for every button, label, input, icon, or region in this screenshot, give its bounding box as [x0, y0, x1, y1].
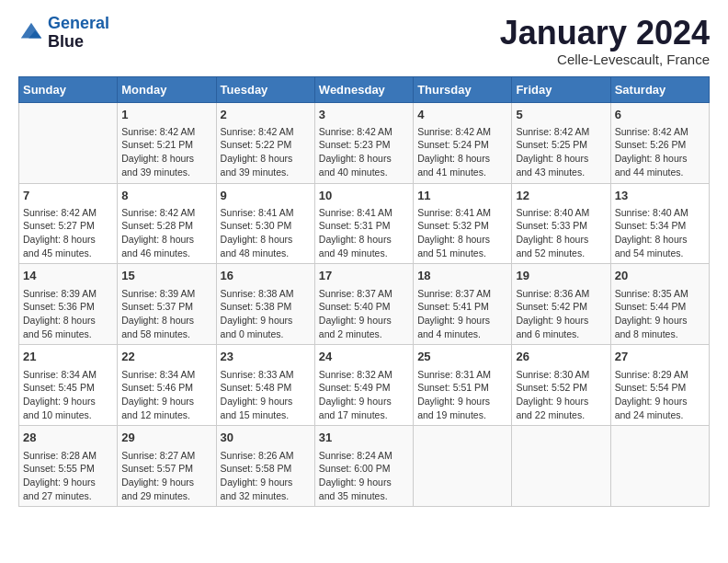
day-number: 26: [516, 349, 606, 365]
cell-info: Daylight: 8 hours: [121, 233, 211, 247]
cell-info: and 51 minutes.: [417, 247, 507, 260]
calendar-cell: [414, 426, 512, 507]
cell-info: Sunset: 5:37 PM: [121, 300, 211, 314]
calendar-day-header: Wednesday: [314, 76, 413, 102]
cell-info: and 54 minutes.: [615, 247, 705, 260]
cell-info: Sunset: 5:34 PM: [615, 219, 705, 233]
day-number: 7: [23, 188, 113, 204]
cell-info: Daylight: 9 hours: [516, 314, 606, 327]
calendar-cell: 5Sunrise: 8:42 AMSunset: 5:25 PMDaylight…: [512, 102, 610, 183]
cell-info: and 2 minutes.: [319, 327, 409, 341]
cell-info: Sunset: 5:49 PM: [319, 381, 409, 395]
calendar-cell: 12Sunrise: 8:40 AMSunset: 5:33 PMDayligh…: [512, 183, 610, 264]
cell-info: Sunset: 5:33 PM: [516, 219, 606, 233]
cell-info: and 48 minutes.: [221, 247, 311, 260]
cell-info: Sunset: 5:36 PM: [23, 300, 113, 314]
calendar-cell: 18Sunrise: 8:37 AMSunset: 5:41 PMDayligh…: [414, 264, 512, 345]
cell-info: and 19 minutes.: [417, 408, 507, 422]
calendar-cell: [19, 102, 118, 183]
cell-info: and 12 minutes.: [121, 408, 211, 422]
cell-info: Sunrise: 8:30 AM: [516, 368, 606, 382]
day-number: 19: [516, 268, 606, 284]
calendar-cell: 26Sunrise: 8:30 AMSunset: 5:52 PMDayligh…: [512, 345, 610, 426]
day-number: 24: [319, 349, 409, 365]
page-header: General Blue January 2024 Celle-Levescau…: [18, 15, 710, 67]
cell-info: Sunrise: 8:31 AM: [417, 368, 507, 382]
cell-info: Daylight: 8 hours: [417, 152, 507, 166]
calendar-table: SundayMondayTuesdayWednesdayThursdayFrid…: [18, 76, 710, 508]
cell-info: Sunrise: 8:39 AM: [121, 287, 211, 301]
cell-info: Sunrise: 8:42 AM: [221, 125, 311, 139]
cell-info: and 35 minutes.: [319, 489, 409, 503]
cell-info: and 44 minutes.: [615, 166, 705, 179]
day-number: 13: [615, 188, 705, 204]
calendar-week-row: 1Sunrise: 8:42 AMSunset: 5:21 PMDaylight…: [19, 102, 710, 183]
day-number: 17: [319, 268, 409, 284]
cell-info: Sunset: 5:54 PM: [615, 381, 705, 395]
day-number: 18: [417, 268, 507, 284]
cell-info: Sunset: 5:42 PM: [516, 300, 606, 314]
cell-info: Sunset: 5:26 PM: [615, 138, 705, 152]
cell-info: Sunset: 5:58 PM: [221, 462, 311, 476]
cell-info: Sunrise: 8:34 AM: [23, 368, 113, 382]
cell-info: Daylight: 8 hours: [615, 233, 705, 247]
day-number: 21: [23, 349, 113, 365]
logo-icon: [18, 20, 44, 46]
cell-info: Sunset: 5:22 PM: [221, 138, 311, 152]
cell-info: and 29 minutes.: [121, 489, 211, 503]
cell-info: and 32 minutes.: [221, 489, 311, 503]
calendar-week-row: 28Sunrise: 8:28 AMSunset: 5:55 PMDayligh…: [19, 426, 710, 507]
cell-info: Sunrise: 8:42 AM: [121, 206, 211, 220]
cell-info: Sunrise: 8:41 AM: [221, 206, 311, 220]
calendar-week-row: 21Sunrise: 8:34 AMSunset: 5:45 PMDayligh…: [19, 345, 710, 426]
cell-info: Sunset: 5:52 PM: [516, 381, 606, 395]
cell-info: Sunrise: 8:41 AM: [417, 206, 507, 220]
day-number: 8: [121, 188, 211, 204]
cell-info: Sunrise: 8:42 AM: [615, 125, 705, 139]
calendar-day-header: Monday: [118, 76, 216, 102]
cell-info: Daylight: 8 hours: [417, 233, 507, 247]
cell-info: Daylight: 8 hours: [516, 152, 606, 166]
cell-info: and 56 minutes.: [23, 327, 113, 341]
cell-info: Sunset: 5:45 PM: [23, 381, 113, 395]
cell-info: Daylight: 9 hours: [319, 314, 409, 327]
cell-info: and 46 minutes.: [121, 247, 211, 260]
cell-info: Daylight: 9 hours: [417, 395, 507, 408]
cell-info: and 45 minutes.: [23, 247, 113, 260]
page-container: General Blue January 2024 Celle-Levescau…: [0, 0, 728, 516]
cell-info: Sunrise: 8:41 AM: [319, 206, 409, 220]
cell-info: Sunrise: 8:42 AM: [23, 206, 113, 220]
cell-info: Daylight: 8 hours: [319, 233, 409, 247]
cell-info: Daylight: 8 hours: [516, 233, 606, 247]
cell-info: Daylight: 8 hours: [121, 152, 211, 166]
calendar-cell: 17Sunrise: 8:37 AMSunset: 5:40 PMDayligh…: [314, 264, 413, 345]
day-number: 20: [615, 268, 705, 284]
cell-info: and 4 minutes.: [417, 327, 507, 341]
day-number: 12: [516, 188, 606, 204]
cell-info: Sunset: 5:48 PM: [221, 381, 311, 395]
calendar-cell: 24Sunrise: 8:32 AMSunset: 5:49 PMDayligh…: [314, 345, 413, 426]
logo-line2: Blue: [48, 33, 109, 52]
day-number: 27: [615, 349, 705, 365]
calendar-cell: 19Sunrise: 8:36 AMSunset: 5:42 PMDayligh…: [512, 264, 610, 345]
cell-info: Daylight: 9 hours: [121, 476, 211, 489]
day-number: 28: [23, 430, 113, 446]
day-number: 1: [121, 107, 211, 123]
calendar-cell: 11Sunrise: 8:41 AMSunset: 5:32 PMDayligh…: [414, 183, 512, 264]
day-number: 25: [417, 349, 507, 365]
day-number: 6: [615, 107, 705, 123]
cell-info: Sunrise: 8:32 AM: [319, 368, 409, 382]
calendar-cell: 16Sunrise: 8:38 AMSunset: 5:38 PMDayligh…: [216, 264, 314, 345]
calendar-day-header: Thursday: [414, 76, 512, 102]
calendar-cell: 28Sunrise: 8:28 AMSunset: 5:55 PMDayligh…: [19, 426, 118, 507]
cell-info: Sunrise: 8:42 AM: [319, 125, 409, 139]
title-block: January 2024 Celle-Levescault, France: [500, 15, 710, 67]
calendar-cell: 27Sunrise: 8:29 AMSunset: 5:54 PMDayligh…: [610, 345, 709, 426]
calendar-cell: 20Sunrise: 8:35 AMSunset: 5:44 PMDayligh…: [610, 264, 709, 345]
day-number: 5: [516, 107, 606, 123]
calendar-day-header: Saturday: [610, 76, 709, 102]
day-number: 22: [121, 349, 211, 365]
cell-info: Daylight: 9 hours: [221, 314, 311, 327]
cell-info: Sunset: 5:27 PM: [23, 219, 113, 233]
day-number: 2: [221, 107, 311, 123]
